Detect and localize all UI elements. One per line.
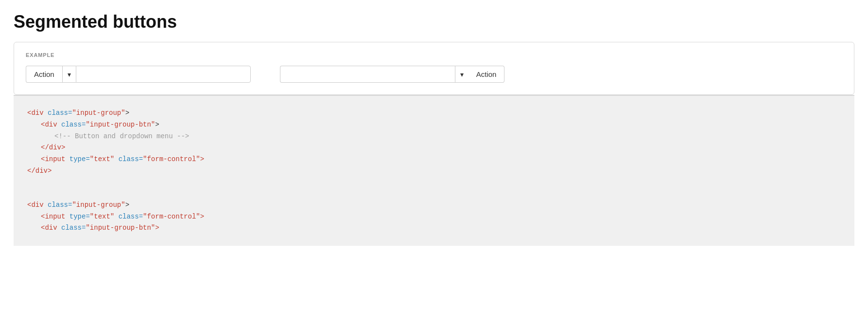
code-line-9: <div class="input-group-btn"> <box>27 222 841 234</box>
code-value: "input-group-btn" <box>86 224 155 232</box>
code-line-2: <div class="input-group-btn"> <box>27 119 841 131</box>
code-comment: <!-- Button and dropdown menu --> <box>54 132 189 140</box>
code-tag: <div <box>41 121 61 128</box>
code-block-2: <div class="input-group"> <input type="t… <box>27 200 841 234</box>
dropdown-toggle-left[interactable] <box>62 66 76 83</box>
example-panel: EXAMPLE Action Action <box>14 42 854 95</box>
code-line-7: <div class="input-group"> <box>27 200 841 211</box>
code-attr: type= <box>69 213 90 220</box>
code-line-1: <div class="input-group"> <box>27 108 841 119</box>
code-attr2: class= <box>119 213 143 220</box>
example-row: Action Action <box>26 66 842 83</box>
code-value: "text" <box>90 155 119 163</box>
code-tag: <input <box>41 155 69 163</box>
code-close: > <box>155 224 159 232</box>
code-value2: "form-control" <box>143 213 200 220</box>
text-input-right[interactable] <box>280 66 455 83</box>
code-attr: class= <box>61 224 86 232</box>
code-spacer <box>27 191 841 200</box>
code-attr: type= <box>69 155 90 163</box>
input-group-2: Action <box>280 66 505 83</box>
code-close: > <box>200 155 204 163</box>
code-value: "text" <box>90 213 119 220</box>
action-button-left[interactable]: Action <box>26 66 62 83</box>
chevron-down-icon <box>68 71 71 78</box>
code-attr: class= <box>48 109 72 117</box>
page-title: Segmented buttons <box>14 12 854 32</box>
code-close: > <box>155 121 159 128</box>
code-line-3: <!-- Button and dropdown menu --> <box>27 131 841 143</box>
code-tag: <div <box>27 109 48 117</box>
code-block-1: <div class="input-group"> <div class="in… <box>27 108 841 177</box>
chevron-down-icon-right <box>460 71 464 78</box>
dropdown-toggle-right[interactable] <box>455 66 469 83</box>
code-tag: <div <box>27 201 48 209</box>
code-line-5: <input type="text" class="form-control"> <box>27 154 841 165</box>
input-group-btn-2: Action <box>455 66 505 83</box>
text-input-left[interactable] <box>76 66 251 83</box>
code-line-8: <input type="text" class="form-control"> <box>27 211 841 223</box>
code-close: > <box>125 109 129 117</box>
code-tag: </div> <box>41 144 65 151</box>
code-line-4: </div> <box>27 142 841 154</box>
code-attr: class= <box>61 121 86 128</box>
code-panel: <div class="input-group"> <div class="in… <box>14 95 854 246</box>
code-value: "input-group-btn" <box>86 121 155 128</box>
code-close: > <box>125 201 129 209</box>
example-label: EXAMPLE <box>26 52 842 58</box>
code-value: "input-group" <box>72 109 125 117</box>
code-tag: <input <box>41 213 69 220</box>
code-tag: <div <box>41 224 61 232</box>
input-group-1: Action <box>26 66 251 83</box>
input-group-btn-1: Action <box>26 66 76 83</box>
code-line-6: </div> <box>27 165 841 177</box>
code-value: "input-group" <box>72 201 125 209</box>
code-value2: "form-control" <box>143 155 200 163</box>
code-attr: class= <box>48 201 72 209</box>
code-close: > <box>200 213 204 220</box>
code-attr2: class= <box>119 155 143 163</box>
action-button-right[interactable]: Action <box>469 66 505 83</box>
code-tag: </div> <box>27 167 52 175</box>
